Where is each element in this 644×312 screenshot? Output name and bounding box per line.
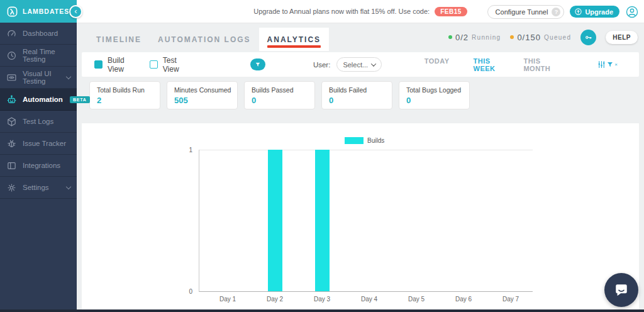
sidebar-item-label: Test Logs [23,118,53,125]
sidebar-item-label: Integrations [23,162,60,169]
stat-value: 2 [97,96,153,105]
chart-legend: Builds [345,137,384,144]
sidebar-item-dashboard[interactable]: Dashboard [0,23,77,45]
sidebar-nav: Dashboard Real Time Testing Visual UI Te… [0,23,77,199]
queued-count: 0/150 [517,33,541,42]
sidebar-item-test-logs[interactable]: Test Logs [0,111,77,133]
user-select-value: Select... [343,61,368,69]
range-this-month[interactable]: THIS MONTH [523,57,553,72]
stat-card-minutes-consumed: Minutes Consumed 505 [167,81,238,109]
configure-tunnel-button[interactable]: Configure Tunnel ? [487,5,565,19]
access-key-button[interactable] [580,30,596,45]
sidebar-item-automation[interactable]: Automation BETA [0,89,77,111]
sidebar-item-label: Settings [23,184,49,191]
sliders-icon[interactable] [597,60,606,69]
running-label: Running [472,34,501,41]
running-dot-icon [448,35,452,39]
user-avatar[interactable] [625,5,639,19]
queued-status: 0/150 Queued [510,33,571,42]
promo-code-badge[interactable]: FEB15 [435,7,467,16]
build-view-label[interactable]: Build View [108,56,136,74]
x-axis-label: Day 1 [206,296,250,303]
gear-icon [6,182,17,193]
sidebar-item-visual-ui-testing[interactable]: Visual UI Testing [0,67,77,89]
promo-banner: Upgrade to Annual plans now with flat 15… [253,7,467,16]
bug-icon [6,138,17,149]
tab-row: TIMELINE AUTOMATION LOGS ANALYTICS 0/2 R… [77,23,644,51]
brand-logo-bar[interactable]: LAMBDATEST [0,0,77,23]
legend-swatch [345,137,364,144]
stat-card-builds-passed: Builds Passed 0 [244,81,315,109]
x-axis-label: Day 3 [300,296,344,303]
stat-label: Total Bugs Logged [406,86,462,94]
monitor-eye-icon [6,72,17,83]
stat-label: Builds Failed [329,86,385,94]
chat-bubble-icon [613,281,630,299]
upgrade-label: Upgrade [585,8,613,16]
chart-plot: Day 1Day 2Day 3Day 4Day 5Day 6Day 7 [199,150,533,292]
help-question-icon: ? [552,8,560,16]
user-select-dropdown[interactable]: Select... [336,57,381,72]
legend-label: Builds [367,137,384,144]
queued-dot-icon [510,35,514,39]
bottom-edge [0,309,644,312]
build-view-checkbox[interactable] [94,60,103,69]
sidebar-item-settings[interactable]: Settings [0,177,77,199]
chat-widget-button[interactable] [604,273,638,307]
promo-text: Upgrade to Annual plans now with flat 15… [253,8,430,15]
x-axis-label: Day 5 [394,296,438,303]
brand-name: LAMBDATEST [23,8,74,15]
stat-label: Minutes Consumed [174,86,230,94]
stat-card-total-bugs-logged: Total Bugs Logged 0 [399,81,470,109]
help-button[interactable]: HELP [606,31,638,44]
tab-timeline[interactable]: TIMELINE [88,28,150,51]
stat-card-builds-failed: Builds Failed 0 [321,81,392,109]
topbar: Upgrade to Annual plans now with flat 15… [77,0,644,23]
key-icon [584,33,592,42]
tab-row-status: 0/2 Running 0/150 Queued HELP [448,23,638,51]
sidebar-collapse-button[interactable]: ‹ [69,5,82,18]
range-today[interactable]: TODAY [425,57,450,72]
cube-icon [6,116,17,127]
clock-icon [6,50,17,61]
gridline [199,150,533,150]
chart-bar [268,150,282,291]
date-range-switcher: TODAY THIS WEEK THIS MONTH [425,57,553,72]
filter-panel: Build View Test View User: Select... TOD… [82,52,639,77]
gauge-icon [6,28,17,39]
beta-badge: BETA [70,96,90,103]
arrow-up-circle-icon [574,8,582,16]
running-count: 0/2 [455,33,469,42]
sidebar-item-label: Visual UI Testing [23,70,70,85]
sidebar: LAMBDATEST Dashboard Real Time Testing V… [0,0,77,312]
clear-filter-button[interactable]: × [606,61,618,69]
sidebar-item-label: Dashboard [23,30,58,37]
stat-value: 505 [174,96,230,105]
stat-label: Total Builds Run [97,86,153,94]
main-content: TIMELINE AUTOMATION LOGS ANALYTICS 0/2 R… [77,23,644,312]
stat-value: 0 [329,96,385,105]
sidebar-item-issue-tracker[interactable]: Issue Tracker [0,133,77,155]
x-axis-label: Day 2 [253,296,297,303]
builds-chart-panel: Builds 1 0 Day 1Day 2Day 3Day 4Day 5Day … [82,123,639,309]
stat-value: 0 [252,96,308,105]
tab-analytics[interactable]: ANALYTICS [259,28,330,51]
stats-row: Total Builds Run 2 Minutes Consumed 505 … [82,81,639,109]
filter-button[interactable] [250,58,265,70]
stat-value: 0 [406,96,462,105]
chart-bar [315,150,330,291]
x-axis-label: Day 4 [347,296,391,303]
upgrade-button[interactable]: Upgrade [570,6,619,18]
sidebar-item-label: Automation [23,96,63,103]
topbar-actions: Configure Tunnel ? Upgrade [487,0,639,23]
x-axis-label: Day 7 [489,296,533,303]
sidebar-item-integrations[interactable]: Integrations [0,155,77,177]
range-this-week[interactable]: THIS WEEK [474,57,500,72]
test-view-label[interactable]: Test View [163,56,189,74]
test-view-checkbox[interactable] [150,60,158,69]
tab-automation-logs[interactable]: AUTOMATION LOGS [150,28,259,51]
sidebar-item-real-time-testing[interactable]: Real Time Testing [0,45,77,67]
person-icon [625,5,639,19]
y-axis-tick-min: 0 [179,288,192,295]
stat-card-total-builds-run: Total Builds Run 2 [89,81,160,109]
